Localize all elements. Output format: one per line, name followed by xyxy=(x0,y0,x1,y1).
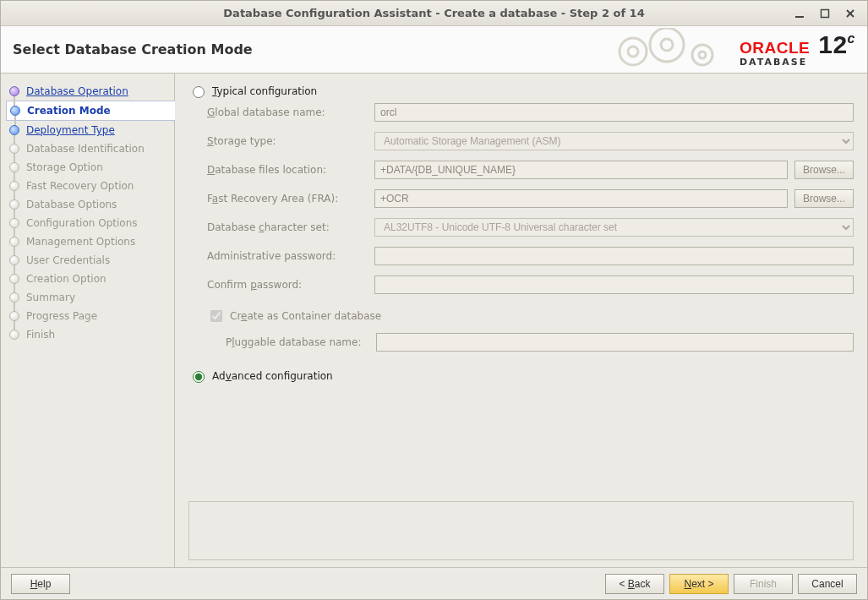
svg-point-9 xyxy=(699,52,706,58)
step-label[interactable]: Database Operation xyxy=(26,85,128,97)
banner: Select Database Creation Mode ORACLE 12c… xyxy=(1,26,867,74)
cancel-button[interactable]: Cancel xyxy=(798,574,857,594)
step-management-options: Management Options xyxy=(6,232,174,251)
step-label: Creation Mode xyxy=(27,105,111,117)
step-database-operation[interactable]: Database Operation xyxy=(6,82,174,101)
step-label[interactable]: Deployment Type xyxy=(26,124,115,136)
confirm-password-field xyxy=(374,275,854,294)
back-button[interactable]: < Back xyxy=(605,574,664,594)
storage-type-label: Storage type: xyxy=(207,135,368,147)
fra-browse-button: Browse... xyxy=(794,189,854,208)
step-label: Finish xyxy=(26,329,55,341)
admin-password-field xyxy=(374,247,854,265)
page-title: Select Database Creation Mode xyxy=(13,41,253,57)
advanced-config-radio[interactable] xyxy=(193,371,205,383)
charset-label: Database character set: xyxy=(207,221,368,233)
typical-config-radio-row: TTypical configurationypical configurati… xyxy=(188,84,854,98)
step-dot-icon xyxy=(9,199,19,210)
step-dot-icon xyxy=(9,274,19,284)
form-area: TTypical configurationypical configurati… xyxy=(188,84,854,494)
status-area xyxy=(188,501,854,560)
step-dot-icon xyxy=(9,330,19,340)
container-db-row: Create as Container database xyxy=(207,308,854,325)
minimize-icon[interactable] xyxy=(793,7,806,20)
typical-config-radio[interactable] xyxy=(193,86,205,98)
step-list: Database Operation Creation Mode Deploym… xyxy=(6,82,174,344)
step-label: Fast Recovery Option xyxy=(26,180,134,192)
svg-rect-1 xyxy=(822,9,829,17)
step-dot-icon xyxy=(10,106,20,116)
db-files-location-label: Database files location: xyxy=(207,164,368,176)
step-creation-option: Creation Option xyxy=(6,270,174,288)
step-label: User Credentials xyxy=(26,254,110,266)
step-dot-icon xyxy=(9,86,19,96)
advanced-config-radio-row: Advanced configuration xyxy=(188,368,854,383)
step-label: Database Identification xyxy=(26,143,145,155)
step-dot-icon xyxy=(9,255,19,265)
body: Database Operation Creation Mode Deploym… xyxy=(1,74,867,567)
svg-point-6 xyxy=(650,28,684,62)
step-label: Configuration Options xyxy=(26,217,138,229)
step-label: Management Options xyxy=(26,236,135,248)
svg-point-5 xyxy=(628,46,638,57)
window-controls xyxy=(793,7,862,20)
gears-icon xyxy=(608,28,734,72)
global-db-name-label: Global database name: xyxy=(207,106,368,118)
nav-buttons: < Back Next > Finish Cancel xyxy=(605,574,857,594)
advanced-config-label[interactable]: Advanced configuration xyxy=(212,370,333,382)
step-label: Summary xyxy=(26,292,75,303)
global-db-name-field xyxy=(374,103,854,122)
maximize-icon[interactable] xyxy=(818,7,832,20)
db-files-location-field xyxy=(374,161,788,179)
footer: Help < Back Next > Finish Cancel xyxy=(1,567,867,599)
svg-point-4 xyxy=(620,38,647,65)
fra-field xyxy=(374,189,788,208)
step-dot-icon xyxy=(9,218,19,228)
storage-type-select: Automatic Storage Management (ASM) xyxy=(374,132,854,150)
sidebar: Database Operation Creation Mode Deploym… xyxy=(1,74,175,567)
svg-point-7 xyxy=(661,39,673,51)
container-db-label: Create as Container database xyxy=(230,310,381,322)
step-label: Database Options xyxy=(26,199,117,210)
step-storage-option: Storage Option xyxy=(6,158,174,177)
charset-select: AL32UTF8 - Unicode UTF-8 Universal chara… xyxy=(374,218,854,237)
banner-branding: ORACLE 12c DATABASE xyxy=(608,28,855,72)
main-panel: TTypical configurationypical configurati… xyxy=(175,74,867,567)
step-label: Creation Option xyxy=(26,273,106,285)
pluggable-db-field xyxy=(376,333,854,352)
step-label: Storage Option xyxy=(26,161,103,173)
step-database-options: Database Options xyxy=(6,195,174,214)
step-deployment-type[interactable]: Deployment Type xyxy=(6,121,174,139)
svg-point-8 xyxy=(692,45,712,65)
step-creation-mode: Creation Mode xyxy=(6,101,175,121)
step-dot-icon xyxy=(9,292,19,303)
window-title: Database Configuration Assistant - Creat… xyxy=(1,7,867,19)
finish-button: Finish xyxy=(734,574,793,594)
step-dot-icon xyxy=(9,181,19,191)
titlebar: Database Configuration Assistant - Creat… xyxy=(1,1,867,26)
close-icon[interactable] xyxy=(843,7,857,20)
brand-version: 12 xyxy=(818,30,847,58)
pluggable-db-label: Pluggable database name: xyxy=(226,336,369,348)
step-finish: Finish xyxy=(6,325,174,344)
admin-password-label: Administrative password: xyxy=(207,250,368,262)
typical-config-label[interactable]: TTypical configurationypical configurati… xyxy=(212,85,317,97)
step-database-identification: Database Identification xyxy=(6,139,174,158)
help-button[interactable]: Help xyxy=(11,574,70,594)
step-label: Progress Page xyxy=(26,310,97,322)
step-user-credentials: User Credentials xyxy=(6,251,174,270)
brand-sub: DATABASE xyxy=(740,57,855,67)
oracle-logo: ORACLE 12c DATABASE xyxy=(740,32,855,67)
next-button[interactable]: Next > xyxy=(669,574,729,594)
step-dot-icon xyxy=(9,144,19,154)
step-configuration-options: Configuration Options xyxy=(6,214,174,232)
typical-config-fields: Global database name: Storage type: Auto… xyxy=(207,103,854,352)
step-dot-icon xyxy=(9,125,19,135)
step-dot-icon xyxy=(9,311,19,321)
step-dot-icon xyxy=(9,162,19,172)
step-summary: Summary xyxy=(6,288,174,307)
brand-word: ORACLE xyxy=(740,40,810,56)
step-dot-icon xyxy=(9,237,19,247)
db-files-browse-button: Browse... xyxy=(794,161,854,179)
step-fast-recovery-option: Fast Recovery Option xyxy=(6,177,174,195)
